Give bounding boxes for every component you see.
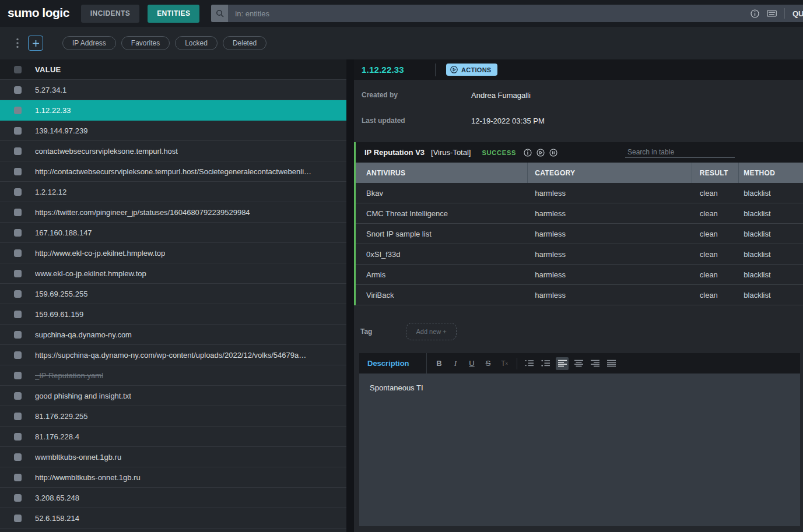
table-row[interactable]: Snort IP sample listharmlesscleanblackli… (356, 224, 803, 244)
entity-row[interactable]: https://supchina-qa.dynamo-ny.com/wp-con… (0, 345, 346, 365)
entity-row[interactable]: 159.69.255.255 (0, 284, 346, 304)
row-checkbox[interactable] (14, 188, 22, 196)
entity-row[interactable]: supchina-qa.dynamo-ny.com (0, 325, 346, 345)
column-header-category[interactable]: CATEGORY (528, 163, 692, 183)
row-checkbox[interactable] (14, 229, 22, 237)
row-checkbox[interactable] (14, 86, 22, 94)
table-row[interactable]: ViriBackharmlesscleanblacklist (356, 285, 803, 305)
filter-chip-locked[interactable]: Locked (175, 36, 218, 50)
play-circle-icon (450, 66, 458, 73)
row-checkbox[interactable] (14, 433, 22, 441)
row-checkbox[interactable] (14, 474, 22, 481)
entity-row[interactable]: 52.6.158.214 (0, 508, 346, 529)
actions-button[interactable]: ACTIONS (446, 64, 497, 76)
row-checkbox[interactable] (14, 290, 22, 298)
align-center-icon[interactable] (572, 357, 585, 370)
entity-value: 139.144.97.239 (35, 126, 87, 135)
entity-row[interactable]: http://contactwebsecursrvipleksone.tempu… (0, 161, 346, 182)
global-search-bar[interactable]: QU (211, 5, 803, 22)
actions-button-label: ACTIONS (461, 66, 492, 73)
clear-format-icon[interactable]: Tx (498, 357, 511, 370)
entity-row[interactable]: 1.2.12.12 (0, 182, 346, 202)
row-checkbox[interactable] (14, 494, 22, 502)
sumo-logic-logo[interactable]: sumo logic (0, 6, 79, 21)
row-checkbox[interactable] (14, 147, 22, 155)
strikethrough-icon[interactable]: S (482, 357, 495, 370)
column-header-result[interactable]: RESULT (692, 163, 739, 183)
table-row[interactable]: 0xSI_f33dharmlesscleanblacklist (356, 244, 803, 265)
table-row[interactable]: CMC Threat Intelligenceharmlesscleanblac… (356, 203, 803, 224)
row-checkbox[interactable] (14, 127, 22, 135)
entity-row[interactable]: 159.69.61.159 (0, 304, 346, 325)
last-updated-label: Last updated (362, 117, 471, 125)
keyboard-icon[interactable] (767, 9, 777, 17)
table-row[interactable]: Armisharmlesscleanblacklist (356, 265, 803, 285)
row-checkbox[interactable] (14, 311, 22, 318)
italic-icon[interactable]: I (449, 357, 462, 370)
table-cell: blacklist (739, 203, 803, 223)
entity-row[interactable]: www.ekl-co-jp.ekilnet.hmplew.top (0, 263, 346, 284)
table-row[interactable]: Bkavharmlesscleanblacklist (356, 183, 803, 203)
entity-row[interactable]: wwmbltkubs-onnet.1gb.ru (0, 447, 346, 467)
entity-row[interactable]: http://www.ekl-co-jp.ekilnet.hmplew.top (0, 243, 346, 263)
row-checkbox[interactable] (14, 209, 22, 216)
info-icon[interactable] (751, 9, 759, 18)
entity-row[interactable]: 3.208.65.248 (0, 488, 346, 508)
row-checkbox[interactable] (14, 270, 22, 277)
pause-circle-icon[interactable] (549, 149, 557, 157)
underline-icon[interactable]: U (465, 357, 478, 370)
entity-row[interactable]: https://twitter.com/pingineer_jp/statuse… (0, 202, 346, 223)
row-checkbox[interactable] (14, 351, 22, 359)
entity-row[interactable]: _IP Reputation.yaml (0, 365, 346, 386)
tab-incidents[interactable]: INCIDENTS (81, 5, 139, 23)
detail-header-divider (435, 64, 436, 76)
row-checkbox[interactable] (14, 249, 22, 257)
add-entity-button[interactable] (28, 36, 43, 51)
info-icon[interactable] (524, 149, 532, 157)
add-tag-button[interactable]: Add new + (406, 323, 456, 340)
entity-row[interactable]: contactwebsecursrvipleksone.tempurl.host (0, 141, 346, 161)
column-header-method[interactable]: METHOD (739, 163, 803, 183)
main-area: VALUE 5.27.34.11.12.22.33139.144.97.239c… (0, 59, 803, 532)
row-checkbox[interactable] (14, 372, 22, 379)
row-checkbox[interactable] (14, 392, 22, 400)
align-justify-icon[interactable] (605, 357, 618, 370)
entity-row[interactable]: 5.27.34.1 (0, 80, 346, 100)
row-checkbox[interactable] (14, 168, 22, 175)
table-cell: blacklist (739, 183, 803, 203)
tab-entities[interactable]: ENTITIES (148, 5, 199, 23)
align-left-icon[interactable] (556, 357, 569, 370)
bullet-list-icon[interactable] (539, 357, 552, 370)
filter-chip-deleted[interactable]: Deleted (223, 36, 267, 50)
entity-row[interactable]: 1.12.22.33 (0, 100, 346, 121)
top-bar: sumo logic INCIDENTS ENTITIES QU (0, 0, 803, 27)
global-search-input[interactable] (228, 5, 751, 22)
entity-row[interactable]: http://wwmbltkubs-onnet.1gb.ru (0, 467, 346, 488)
row-checkbox[interactable] (14, 107, 22, 114)
column-header-antivirus[interactable]: ANTIVIRUS (356, 163, 528, 183)
entity-row[interactable]: 81.176.229.255 (0, 406, 346, 427)
entity-row[interactable]: good phishing and insight.txt (0, 386, 346, 406)
filter-chip-favorites[interactable]: Favorites (121, 36, 170, 50)
align-right-icon[interactable] (588, 357, 601, 370)
entity-row[interactable]: 139.144.97.239 (0, 121, 346, 141)
table-search-input[interactable] (625, 147, 735, 158)
row-checkbox[interactable] (14, 413, 22, 420)
description-content[interactable]: Spontaneous TI (359, 374, 800, 526)
entity-row[interactable]: 167.160.188.147 (0, 223, 346, 243)
entity-rows: 5.27.34.11.12.22.33139.144.97.239contact… (0, 80, 346, 532)
kebab-menu-icon[interactable] (16, 38, 19, 48)
row-checkbox[interactable] (14, 515, 22, 522)
row-checkbox[interactable] (14, 453, 22, 461)
ordered-list-icon[interactable] (523, 357, 536, 370)
play-circle-icon[interactable] (536, 149, 545, 157)
filter-chip-ip-address[interactable]: IP Address (62, 36, 116, 50)
table-cell: Bkav (356, 183, 528, 203)
tab-description[interactable]: Description (359, 353, 427, 374)
select-all-checkbox[interactable] (14, 66, 22, 73)
bold-icon[interactable]: B (433, 357, 446, 370)
row-checkbox[interactable] (14, 331, 22, 339)
entity-row[interactable]: 81.176.228.4 (0, 427, 346, 447)
topbar-clipped-text[interactable]: QU (793, 9, 803, 18)
value-column-header[interactable]: VALUE (35, 65, 61, 74)
